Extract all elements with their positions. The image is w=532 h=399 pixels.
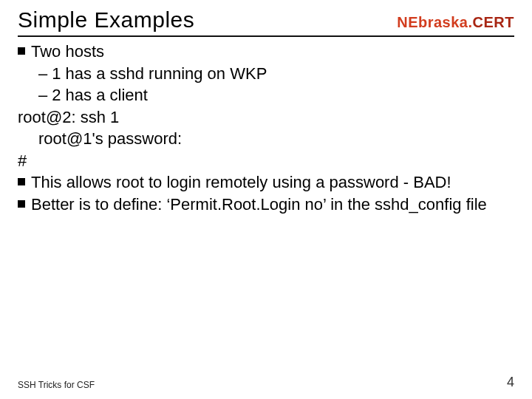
- slide-body: Two hosts – 1 has a sshd running on WKP …: [18, 41, 514, 214]
- brand-part1: NEbraska.: [397, 14, 472, 30]
- page-number: 4: [507, 375, 514, 390]
- list-item: This allows root to login remotely using…: [18, 172, 514, 193]
- subitem-text: 1 has a sshd running on WKP: [52, 64, 514, 84]
- code-line: #: [18, 151, 514, 171]
- square-bullet-icon: [18, 178, 25, 185]
- list-item: Two hosts: [18, 41, 514, 62]
- list-item: – 1 has a sshd running on WKP: [38, 64, 514, 84]
- bullet-text: Two hosts: [31, 41, 514, 62]
- brand-logo: NEbraska.CERT: [397, 14, 514, 31]
- list-item: – 2 has a client: [38, 85, 514, 106]
- code-line: root@2: ssh 1: [18, 107, 514, 128]
- dash-bullet-icon: –: [38, 85, 47, 106]
- bullet-text: Better is to define: ‘Permit.Root.Login …: [31, 194, 514, 215]
- bullet-text: This allows root to login remotely using…: [31, 172, 514, 193]
- dash-bullet-icon: –: [38, 64, 47, 84]
- code-line: root@1's password:: [38, 129, 514, 149]
- brand-part2: CERT: [473, 14, 514, 30]
- slide-title: Simple Examples: [18, 7, 194, 33]
- footer-text: SSH Tricks for CSF: [18, 380, 95, 390]
- footer: SSH Tricks for CSF 4: [18, 375, 514, 390]
- divider: [18, 35, 514, 37]
- subitem-text: 2 has a client: [52, 85, 514, 106]
- square-bullet-icon: [18, 47, 25, 55]
- title-row: Simple Examples NEbraska.CERT: [18, 7, 514, 33]
- list-item: Better is to define: ‘Permit.Root.Login …: [18, 194, 514, 215]
- slide: Simple Examples NEbraska.CERT Two hosts …: [0, 0, 532, 399]
- square-bullet-icon: [18, 200, 25, 208]
